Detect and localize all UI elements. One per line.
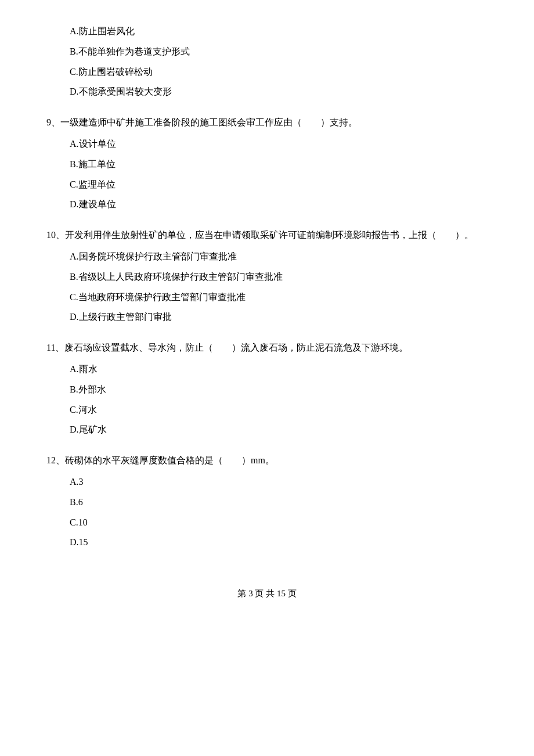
q11-option-b: B.外部水 <box>70 381 488 398</box>
question-9-text: 9、一级建造师中矿井施工准备阶段的施工图纸会审工作应由（ ）支持。 <box>46 114 488 131</box>
q12-option-c: C.10 <box>70 514 488 531</box>
option-b: B.不能单独作为巷道支护形式 <box>70 44 488 60</box>
q10-option-b: B.省级以上人民政府环境保护行政主管部门审查批准 <box>70 269 488 286</box>
q9-option-a: A.设计单位 <box>70 136 488 153</box>
question-11-text: 11、废石场应设置截水、导水沟，防止（ ）流入废石场，防止泥石流危及下游环境。 <box>46 340 488 357</box>
q12-option-b: B.6 <box>70 494 488 511</box>
option-d: D.不能承受围岩较大变形 <box>70 84 488 100</box>
option-c: C.防止围岩破碎松动 <box>70 64 488 81</box>
page-footer: 第 3 页 共 15 页 <box>46 586 488 602</box>
q9-option-d: D.建设单位 <box>70 196 488 213</box>
q9-option-b: B.施工单位 <box>70 156 488 173</box>
page-number: 第 3 页 共 15 页 <box>237 589 296 598</box>
question-9: 9、一级建造师中矿井施工准备阶段的施工图纸会审工作应由（ ）支持。 A.设计单位… <box>46 114 488 213</box>
q10-option-c: C.当地政府环境保护行政主管部门审查批准 <box>70 289 488 306</box>
option-a: A.防止围岩风化 <box>70 23 488 40</box>
question-10-text: 10、开发利用伴生放射性矿的单位，应当在申请领取采矿许可证前编制环境影响报告书，… <box>46 227 488 244</box>
q12-option-d: D.15 <box>70 534 488 551</box>
q9-option-c: C.监理单位 <box>70 177 488 193</box>
question-12: 12、砖砌体的水平灰缝厚度数值合格的是（ ）mm。 A.3 B.6 C.10 D… <box>46 452 488 551</box>
q11-option-d: D.尾矿水 <box>70 422 488 438</box>
prev-question-options: A.防止围岩风化 B.不能单独作为巷道支护形式 C.防止围岩破碎松动 D.不能承… <box>46 23 488 100</box>
q11-option-c: C.河水 <box>70 402 488 419</box>
question-12-text: 12、砖砌体的水平灰缝厚度数值合格的是（ ）mm。 <box>46 452 488 469</box>
q12-option-a: A.3 <box>70 474 488 491</box>
q10-option-a: A.国务院环境保护行政主管部门审查批准 <box>70 249 488 265</box>
q11-option-a: A.雨水 <box>70 361 488 378</box>
question-10: 10、开发利用伴生放射性矿的单位，应当在申请领取采矿许可证前编制环境影响报告书，… <box>46 227 488 326</box>
q10-option-d: D.上级行政主管部门审批 <box>70 309 488 326</box>
question-11: 11、废石场应设置截水、导水沟，防止（ ）流入废石场，防止泥石流危及下游环境。 … <box>46 340 488 438</box>
